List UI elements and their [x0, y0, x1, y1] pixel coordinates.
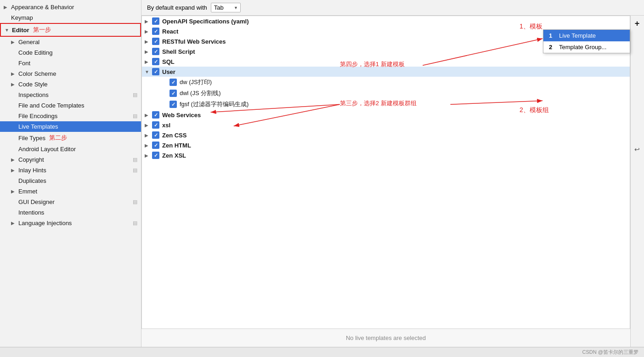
checkbox-webservices[interactable] — [152, 111, 159, 119]
checkbox-zenhtml[interactable] — [152, 142, 159, 149]
chevron-right-icon-zenhtml: ▶ — [145, 143, 152, 148]
dropdown-item-live-template[interactable]: 1 Live Template — [543, 30, 630, 41]
page-icon6: ▤ — [133, 220, 137, 226]
sidebar-item-emmet[interactable]: ▶ Emmet — [0, 186, 141, 197]
step1-annotation: 第一步 — [33, 26, 51, 34]
sidebar-item-intentions[interactable]: Intentions — [0, 207, 141, 218]
sidebar-item-file-encodings[interactable]: File Encodings ▤ — [0, 111, 141, 121]
sidebar-item-code-style[interactable]: ▶ Code Style — [0, 79, 141, 90]
chevron-right-icon-zencss: ▶ — [145, 133, 152, 138]
tree-row-zencss[interactable]: ▶ Zen CSS — [142, 130, 630, 140]
tree-label-xsl: xsl — [162, 122, 170, 129]
template-tree[interactable]: ▶ OpenAPI Specifications (yaml) ▶ React … — [141, 16, 630, 329]
tree-row-zenxsl[interactable]: ▶ Zen XSL — [142, 150, 630, 160]
sidebar-item-label: Editor — [12, 27, 29, 34]
dropdown-num-2: 2 — [549, 44, 555, 51]
sidebar-item-label: File Encodings — [18, 113, 57, 119]
tree-row-user[interactable]: ▼ User — [142, 67, 630, 77]
tree-row-openapi[interactable]: ▶ OpenAPI Specifications (yaml) — [142, 16, 630, 26]
checkbox-fgsf[interactable] — [169, 101, 177, 108]
dropdown-label-template-group: Template Group... — [559, 44, 606, 51]
chevron-down-icon-user: ▼ — [145, 69, 152, 74]
checkbox-zencss[interactable] — [152, 131, 159, 139]
chevron-right-icon4: ▶ — [11, 82, 17, 87]
tree-label-react: React — [162, 28, 178, 35]
checkbox-user[interactable] — [152, 68, 159, 75]
tree-row-dwl[interactable]: dwl (JS 分割线) — [142, 88, 630, 99]
sidebar-item-label: GUI Designer — [18, 198, 55, 205]
tree-row-fgsf[interactable]: fgsf (过滤器字符编码生成) — [142, 99, 630, 110]
sidebar-item-label: Appearance & Behavior — [11, 4, 74, 11]
bottom-bar: CSDN @笛卡尔的三重梦 — [0, 347, 644, 357]
chevron-right-icon6: ▶ — [11, 168, 17, 173]
sidebar-item-android-layout[interactable]: Android Layout Editor — [0, 144, 141, 154]
dropdown-item-template-group[interactable]: 2 Template Group... — [543, 41, 630, 53]
undo-button[interactable]: ↩ — [632, 144, 642, 154]
toolbar-label: By default expand with — [147, 4, 207, 11]
add-button[interactable]: + — [632, 18, 642, 28]
sidebar-item-label: Keymap — [11, 14, 33, 21]
sidebar-item-general[interactable]: ▶ General — [0, 37, 141, 47]
sidebar-item-live-templates[interactable]: Live Templates — [0, 121, 141, 132]
tree-label-webservices: Web Services — [162, 112, 201, 119]
chevron-right-icon-sql: ▶ — [145, 59, 152, 64]
sidebar-item-gui-designer[interactable]: GUI Designer ▤ — [0, 197, 141, 207]
sidebar-item-appearance[interactable]: ▶ Appearance & Behavior — [0, 2, 141, 12]
sidebar-item-label: General — [18, 39, 40, 45]
sidebar-item-label: Code Editing — [18, 49, 52, 56]
chevron-right-icon5: ▶ — [11, 157, 17, 162]
sidebar-item-copyright[interactable]: ▶ Copyright ▤ — [0, 154, 141, 165]
sidebar-item-color-scheme[interactable]: ▶ Color Scheme — [0, 68, 141, 79]
sidebar-item-label: Intentions — [18, 209, 44, 216]
dropdown-label-live-template: Live Template — [559, 32, 596, 39]
expand-select-wrapper[interactable]: Tab Enter Space — [211, 3, 241, 12]
checkbox-zenxsl[interactable] — [152, 152, 159, 159]
chevron-right-icon3: ▶ — [11, 71, 17, 76]
chevron-down-icon: ▼ — [5, 28, 11, 33]
checkbox-shell[interactable] — [152, 48, 159, 55]
tree-row-xsl[interactable]: ▶ xsl — [142, 120, 630, 130]
tree-row-zenhtml[interactable]: ▶ Zen HTML — [142, 140, 630, 150]
dropdown-num-1: 1 — [549, 32, 555, 39]
chevron-right-icon-zenxsl: ▶ — [145, 153, 152, 158]
checkbox-react[interactable] — [152, 28, 159, 35]
toolbar: By default expand with Tab Enter Space — [141, 0, 644, 16]
sidebar-item-duplicates[interactable]: Duplicates — [0, 176, 141, 186]
checkbox-xsl[interactable] — [152, 121, 159, 129]
sidebar-item-label: Language Injections — [18, 220, 72, 227]
sidebar-item-inlay-hints[interactable]: ▶ Inlay Hints ▤ — [0, 165, 141, 176]
sidebar-item-inspections[interactable]: Inspections ▤ — [0, 90, 141, 100]
sidebar-item-label: Duplicates — [18, 177, 46, 184]
sidebar-item-file-types[interactable]: File Types 第二步 — [0, 132, 141, 144]
sidebar-item-file-code-templates[interactable]: File and Code Templates — [0, 100, 141, 111]
checkbox-sql[interactable] — [152, 58, 159, 65]
chevron-right-icon8: ▶ — [11, 221, 17, 226]
tree-label-zenxsl: Zen XSL — [162, 152, 186, 159]
checkbox-restful[interactable] — [152, 38, 159, 45]
sidebar-item-font[interactable]: Font — [0, 58, 141, 68]
sidebar-item-keymap[interactable]: Keymap — [0, 12, 141, 23]
chevron-right-icon-webservices: ▶ — [145, 113, 152, 118]
checkbox-dwl[interactable] — [169, 90, 177, 97]
tree-label-shell: Shell Script — [162, 48, 195, 55]
tree-row-webservices[interactable]: ▶ Web Services — [142, 110, 630, 120]
sidebar-item-editor[interactable]: ▼ Editor 第一步 — [0, 23, 141, 37]
tree-label-sql: SQL — [162, 58, 175, 65]
checkbox-openapi[interactable] — [152, 17, 159, 25]
tree-label-zenhtml: Zen HTML — [162, 142, 191, 149]
sidebar-item-label: Copyright — [18, 156, 44, 163]
content-wrapper: ▶ OpenAPI Specifications (yaml) ▶ React … — [141, 16, 644, 347]
sidebar-item-label: Font — [18, 60, 30, 67]
tree-label-openapi: OpenAPI Specifications (yaml) — [162, 18, 249, 25]
sidebar-item-code-editing[interactable]: Code Editing — [0, 47, 141, 58]
chevron-right-icon7: ▶ — [11, 189, 17, 194]
tree-row-sql[interactable]: ▶ SQL — [142, 57, 630, 67]
chevron-right-icon-react: ▶ — [145, 29, 152, 34]
expand-select[interactable]: Tab Enter Space — [211, 3, 241, 12]
tree-row-dw[interactable]: dw (JS打印) — [142, 77, 630, 88]
sidebar-item-label: Android Layout Editor — [18, 146, 76, 153]
status-area: No live templates are selected — [141, 329, 630, 347]
sidebar-item-language-injections[interactable]: ▶ Language Injections ▤ — [0, 218, 141, 228]
tree-label-fgsf: fgsf (过滤器字符编码生成) — [180, 100, 249, 108]
checkbox-dw[interactable] — [169, 79, 177, 86]
